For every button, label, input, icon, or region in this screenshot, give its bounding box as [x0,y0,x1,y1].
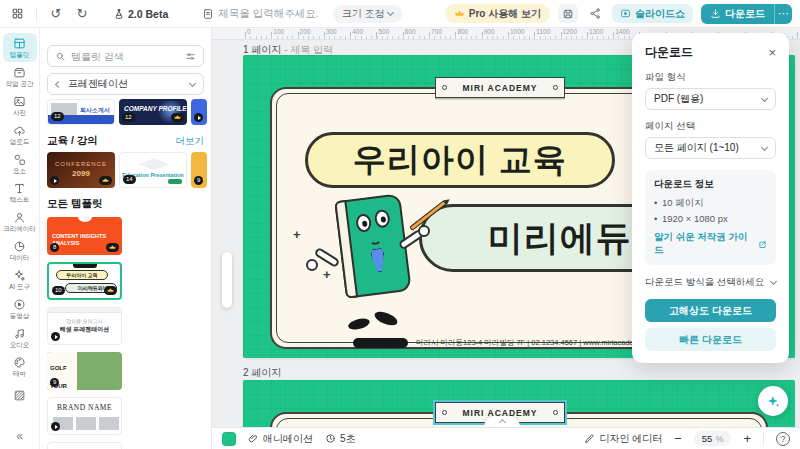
sidebar-item-workspace[interactable]: 작업 공간 [3,62,37,91]
chevron-down-icon [387,9,394,16]
all-templates-grid: CONTENT INSIGHTS ANALYSIS 8 우리아이 교육 미리에듀… [47,217,204,449]
person-icon [13,211,26,224]
template-thumb-conference[interactable]: CONFERENCE 2099 [47,152,115,188]
play-badge [194,113,203,122]
external-link-icon [758,240,767,249]
template-thumb-company-profile[interactable]: COMPANY PROFILE 12 [119,99,187,125]
template-carousel: 회사소개서 12 COMPANY PROFILE 12 [47,99,204,125]
sidebar-item-photo[interactable]: 사진 [3,91,37,120]
apps-grid-icon[interactable] [8,5,26,23]
more-options-button[interactable]: ⋯ [774,4,792,24]
flask-icon [113,8,125,20]
sidebar-item-creator[interactable]: 크리에이터 [3,207,37,236]
sidebar-item-video[interactable]: 동영상 [3,294,37,323]
ai-assistant-button[interactable] [758,386,788,416]
file-format-select[interactable]: PDF (웹용) [645,88,776,110]
divider [36,7,37,21]
template-thumb-golf-tour[interactable]: GOLF TOUR GUIDE 9 [47,352,122,390]
slideshow-button[interactable]: 슬라이드쇼 [612,4,693,23]
template-thumb-company-intro[interactable]: 회사소개서 12 [47,99,115,125]
sidebar-item-template[interactable]: 템플릿 [3,33,37,62]
page-count-badge: 12 [122,113,135,122]
resize-button[interactable]: 크기 조정 [333,5,403,23]
music-note-icon [13,327,26,340]
editor-mode-button[interactable]: 디자인 에디터 [584,432,662,446]
close-icon[interactable]: × [768,47,776,59]
chevron-down-icon [761,143,768,150]
template-thumb-content-insights[interactable]: CONTENT INSIGHTS ANALYSIS 8 [47,217,122,255]
chevron-down-icon [770,278,777,285]
zoom-in-button[interactable]: + [743,433,751,445]
save-button[interactable] [558,4,578,23]
undo-icon[interactable]: ↺ [47,5,65,23]
help-icon[interactable]: ? [776,432,790,446]
animation-button[interactable]: 애니메이션 [248,432,313,446]
play-icon [620,8,631,19]
shapes-icon [13,153,26,166]
sidebar-item-text[interactable]: 텍스트 [3,178,37,207]
template-thumb-education-presentation[interactable]: Education Presentation 14 [119,152,187,188]
copyright-guide-link[interactable]: 알기 쉬운 저작권 가이드 [654,231,767,257]
play-badge [50,176,59,185]
zoom-out-button[interactable]: − [674,433,682,445]
download-button[interactable]: 다운로드 [701,4,774,24]
sidebar-item-elements[interactable]: 요소 [3,149,37,178]
book-character[interactable] [318,183,433,343]
duration-button[interactable]: 5초 [325,432,356,446]
download-method-toggle[interactable]: 다운로드 방식을 선택하세요 [645,276,776,289]
download-info-title: 다운로드 정보 [654,178,767,191]
template-thumb-brand-name[interactable]: BRAND NAME [47,397,122,435]
collapse-sidebar-button[interactable]: « [16,429,23,443]
screw-icon [553,85,558,90]
template-thumb-miri-edu[interactable]: 우리아이 교육 미리에듀와! 10 [47,262,122,300]
page-color-swatch[interactable] [222,432,236,446]
screw-icon [553,410,558,415]
document-title-input[interactable]: 제목을 입력해주세요. [202,7,318,21]
high-res-download-button[interactable]: 고해상도 다운로드 [645,299,776,322]
panel-collapse-handle[interactable] [222,252,232,308]
share-icon[interactable] [586,5,604,23]
crown-badge [106,243,119,252]
crown-icon [454,8,465,19]
quick-download-button[interactable]: 빠른 다운로드 [645,328,776,351]
download-info-box: 다운로드 정보 10 페이지 1920 × 1080 px 알기 쉬운 저작권 … [645,170,776,265]
sparkle-icon [13,269,26,282]
download-dialog: 다운로드 × 파일 형식 PDF (웹용) 페이지 선택 모든 페이지 (1~1… [632,33,789,363]
sidebar-item-theme[interactable]: 테마 [3,352,37,381]
search-input[interactable] [71,51,180,62]
photo-icon [13,95,26,108]
play-badge [51,332,60,341]
palette-icon [13,356,26,369]
sidebar-item-pattern[interactable] [3,381,37,410]
search-icon [55,51,66,62]
section-title-education: 교육 / 강의 [47,134,98,148]
filter-icon[interactable] [185,51,196,62]
topbar: ↺ ↻ 2.0 Beta 제목을 입력해주세요. 크기 조정 Pro 사용해 보… [0,0,800,28]
page-2-label[interactable]: 2 페이지 [243,366,281,380]
template-thumb-partial[interactable] [191,99,207,125]
template-search[interactable] [47,45,204,67]
crown-badge [171,113,184,122]
save-icon [562,8,574,20]
more-link[interactable]: 더보기 [176,135,205,148]
sidebar-item-ai-tools[interactable]: AI 도구 [3,265,37,294]
page-2[interactable]: MIRI ACADEMY [243,380,795,427]
animation-icon [248,433,259,444]
sidebar-item-audio[interactable]: 오디오 [3,323,37,352]
expand-bottom-panel-button[interactable] [484,416,520,427]
sidebar-item-upload[interactable]: 업로드 [3,120,37,149]
page-select-label: 페이지 선택 [645,120,776,133]
screw-icon [442,85,447,90]
zoom-level-input[interactable]: 55 % [694,431,732,446]
academy-sign[interactable]: MIRI ACADEMY [435,77,565,98]
pro-button[interactable]: Pro 사용해 보기 [445,4,550,23]
category-select[interactable]: 프레젠테이션 [47,73,204,95]
headline-top-text[interactable]: 우리아이 교육 [305,132,615,188]
template-thumb-partial[interactable]: 9 [191,152,207,188]
page-range-select[interactable]: 모든 페이지 (1~10) [645,137,776,159]
sidebar-item-data[interactable]: 데이터 [3,236,37,265]
file-format-label: 파일 형식 [645,71,776,84]
redo-icon[interactable]: ↻ [73,5,91,23]
template-thumb-mock-exam-review[interactable]: 강의용 모의고사 해설 프레젠테이션 [47,307,122,345]
template-thumb-insight[interactable]: 인사이트 9 [47,442,122,449]
